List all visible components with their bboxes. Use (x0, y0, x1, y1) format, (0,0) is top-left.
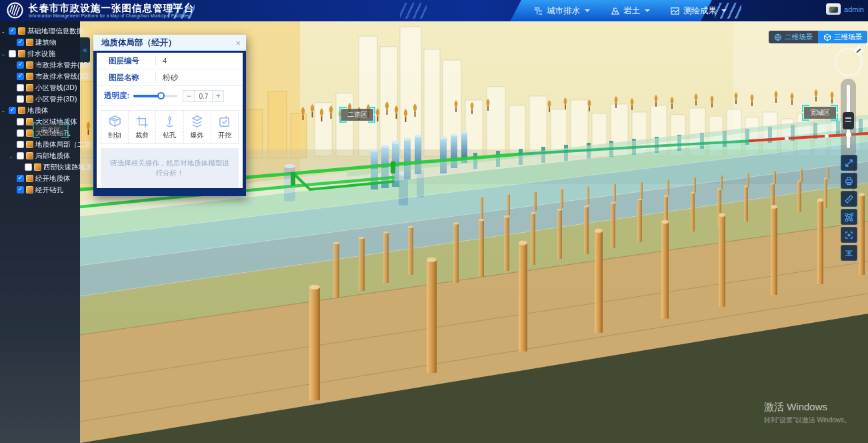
checkbox[interactable] (17, 73, 24, 80)
app-brand: 长春市市政设施一张图信息管理平台 Information Management … (7, 2, 194, 19)
opacity-stepper: − 0.7 + (183, 90, 224, 102)
checkbox[interactable] (17, 84, 24, 91)
layer-icon (26, 84, 33, 91)
sidebar-item-label: 市政排水管井(3D) (35, 61, 91, 70)
opacity-label: 透明度: (104, 91, 129, 101)
opacity-slider-knob[interactable] (157, 92, 165, 99)
checkbox[interactable] (17, 61, 24, 69)
sidebar-item-label: 局部地质体 (35, 151, 71, 161)
sidebar-item-basemap-data[interactable]: - 基础地理信息数据 (0, 25, 80, 37)
menu-city-drainage[interactable]: 城市排水 (533, 5, 590, 17)
zoom-slider-handle[interactable] (843, 112, 854, 129)
chevron-down-icon (585, 9, 590, 12)
full-extent-button[interactable] (841, 155, 857, 171)
checkbox[interactable] (17, 95, 24, 103)
expander-icon[interactable]: - (2, 107, 9, 115)
ruler-icon (844, 194, 854, 204)
sidebar-item-label: 经开钻孔 (35, 185, 63, 195)
sidebar-item-drainage-facilities[interactable]: - 排水设施 (0, 48, 80, 59)
drainage-icon (533, 6, 543, 16)
user-avatar (826, 3, 841, 15)
print-button[interactable] (841, 173, 857, 189)
app-logo-icon (7, 2, 23, 19)
sidebar-item-label: 排水设施 (27, 49, 55, 59)
explode-button[interactable]: 爆炸 (184, 111, 211, 143)
sidebar-collapse-button[interactable]: « (80, 37, 90, 63)
district-label-nanguan: 南关区 (35, 124, 67, 136)
checkbox[interactable] (17, 152, 24, 159)
excavate-button[interactable]: 开挖 (211, 111, 238, 143)
menu-geotechnical[interactable]: 岩土 (610, 5, 650, 17)
menu-survey-results[interactable]: 测绘成果 (670, 5, 727, 17)
rock-icon (610, 6, 620, 16)
checkbox[interactable] (9, 107, 16, 114)
flatten-button[interactable] (841, 245, 857, 261)
district-label-erdao: 二道区 (341, 109, 373, 121)
printer-icon (844, 176, 854, 186)
opacity-row: 透明度: − 0.7 + (97, 86, 243, 106)
sidebar-item-drainage-wells-3d[interactable]: 市政排水管井(3D) (0, 59, 80, 71)
sidebar-item-jingkai-geology[interactable]: 经开地质体 (0, 173, 80, 184)
checkbox[interactable] (9, 27, 16, 35)
clip-button[interactable]: 裁剪 (129, 111, 156, 143)
sidebar-item-label: 地质体局部（二道） (35, 140, 99, 149)
checkbox[interactable] (17, 141, 24, 148)
layer-name-label: 图层名称 (97, 73, 155, 83)
expand-icon (844, 158, 854, 168)
checkbox[interactable] (17, 39, 24, 46)
user-menu[interactable]: admin (826, 3, 864, 15)
sidebar-item-geology-local-erdao[interactable]: 地质体局部（二道） (0, 139, 80, 150)
zoom-slider[interactable] (841, 79, 856, 159)
layer-icon (26, 95, 33, 103)
checkbox[interactable] (17, 129, 24, 137)
mode-2d-button[interactable]: 二维场景 (769, 31, 818, 43)
opacity-decrease-button[interactable]: − (183, 90, 195, 102)
checkbox[interactable] (17, 186, 24, 193)
layer-icon (18, 27, 25, 35)
sidebar-item-west-expressway-geology-model[interactable]: 西部快速路地质模型 (0, 161, 80, 173)
opacity-slider[interactable] (133, 95, 177, 97)
sidebar-item-jingkai-boreholes[interactable]: 经开钻孔 (0, 184, 80, 195)
sidebar-item-label: 小区管线(3D) (35, 83, 77, 93)
username: admin (844, 5, 864, 13)
layer-icon (26, 175, 33, 182)
explode-icon (190, 115, 204, 129)
mode-3d-button[interactable]: 三维场景 (818, 31, 867, 43)
scene-mode-switch: 二维场景 三维场景 (769, 31, 867, 43)
sidebar-item-community-wells-3d[interactable]: 小区管井(3D) (0, 93, 80, 105)
sidebar-item-local-geology[interactable]: - 局部地质体 (0, 150, 80, 161)
sidebar-item-geology[interactable]: - 地质体 (0, 105, 80, 116)
sidebar-item-community-lines-3d[interactable]: 小区管线(3D) (0, 82, 80, 93)
excavate-icon (217, 115, 231, 129)
expander-icon[interactable]: - (2, 27, 9, 35)
close-icon[interactable]: × (235, 38, 241, 48)
layer-tree-panel: - 基础地理信息数据 建筑物 - 排水设施 市政排水管井(3D) (0, 21, 80, 443)
polygon-icon (844, 212, 854, 222)
checkbox[interactable] (9, 50, 16, 57)
opacity-value-input[interactable]: 0.7 (195, 90, 212, 102)
chevron-down-icon (721, 9, 727, 12)
checkbox[interactable] (25, 163, 32, 171)
sidebar-item-drainage-lines-3d[interactable]: 市政排水管线(3D) (0, 71, 80, 82)
compass-control[interactable] (834, 47, 863, 77)
layer-number-label: 图层编号 (97, 56, 155, 66)
dialog-title: 地质体局部（经开） (101, 37, 235, 49)
borehole-button[interactable]: 钻孔 (156, 111, 183, 143)
globe-2d-icon (774, 33, 782, 41)
checkbox[interactable] (17, 118, 24, 125)
checkbox[interactable] (17, 175, 24, 182)
sidebar-item-label: 经开地质体 (35, 174, 71, 183)
layer-icon (26, 141, 33, 148)
measure-distance-button[interactable] (841, 191, 857, 207)
map-toolbar (841, 155, 857, 261)
cube-3d-icon (823, 33, 831, 41)
measure-area-button[interactable] (841, 209, 857, 225)
opacity-increase-button[interactable]: + (212, 90, 224, 102)
sidebar-item-buildings[interactable]: 建筑物 (0, 37, 80, 48)
expander-icon[interactable]: - (10, 152, 17, 160)
expander-icon[interactable]: - (2, 50, 9, 58)
locate-button[interactable] (841, 227, 857, 243)
layer-icon (18, 50, 25, 57)
section-cut-button[interactable]: 剖切 (101, 111, 129, 143)
sidebar-item-label: 小区管井(3D) (35, 95, 77, 104)
